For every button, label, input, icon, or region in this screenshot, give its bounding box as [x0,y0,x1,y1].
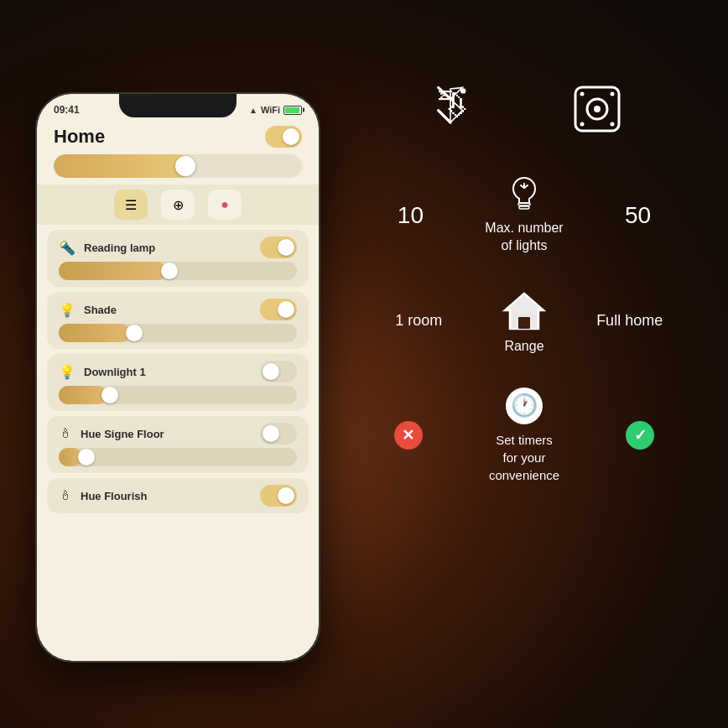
light-brightness-slider[interactable] [59,448,297,466]
max-lights-row: 10 Max. numberof lights 50 [344,151,705,272]
yes-icon: ✓ [634,426,647,445]
phone-mockup: 09:41 ▲ WiFi Home [35,92,320,663]
tab-bar: ☰ ⊕ ● [37,185,319,225]
wifi-icon: WiFi [261,105,280,115]
right-panel: ⮷ 10 [344,67,705,671]
light-toggle[interactable] [260,361,297,382]
svg-text:⮷: ⮷ [437,88,468,122]
light-name: Downlight 1 [84,366,146,378]
light-name: Hue Flourish [81,490,147,502]
floor-lamp-icon: 🕯 [59,426,72,441]
svg-point-6 [610,92,614,96]
downlight-icon: 💡 [59,364,75,380]
bulb-icon: 🔦 [59,240,75,256]
status-icons: ▲ WiFi [249,105,302,115]
list-item: 🕯 Hue Signe Floor [47,416,309,473]
home-title: Home [54,126,105,148]
svg-point-7 [580,122,584,127]
tab-list[interactable]: ☰ [114,190,148,220]
timers-row: ✕ 🕐 Set timersfor yourconvenience ✓ [344,371,705,501]
home-toggle[interactable] [265,126,302,148]
svg-point-4 [594,106,601,112]
top-icons-row: ⮷ [344,67,705,151]
signal-icon: ▲ [249,106,257,115]
bluetooth-feature: ⮷ [427,86,474,133]
light-brightness-slider[interactable] [59,262,297,280]
range-label: Range [504,339,543,354]
bulb-icon: 💡 [59,302,75,318]
phone-notch [119,94,237,117]
hub-icon [572,84,622,134]
svg-point-8 [610,122,614,127]
svg-rect-9 [518,203,530,205]
svg-rect-15 [518,317,530,329]
brightness-slider[interactable] [54,154,302,178]
light-toggle[interactable] [260,423,297,445]
light-name: Shade [84,304,117,316]
no-icon: ✕ [402,426,414,445]
range-low: 1 room [385,312,452,330]
light-name: Hue Signe Floor [81,428,164,440]
max-lights-low: 10 [385,202,435,229]
status-time: 09:41 [54,104,80,116]
max-lights-label: Max. numberof lights [485,220,563,255]
phone-frame: 09:41 ▲ WiFi Home [35,92,320,663]
clock-icon: 🕐 [506,387,543,424]
svg-point-5 [580,92,584,96]
max-lights-center: Max. numberof lights [485,176,563,255]
ceiling-icon: 🕯 [59,488,72,503]
range-row: 1 room Range Full home [344,272,705,371]
house-icon [502,289,547,334]
bluetooth-icon: ⮷ [427,86,474,133]
list-item: 🔦 Reading lamp [47,230,309,287]
list-item: 💡 Shade [47,292,309,349]
home-header: Home [37,119,319,153]
no-timers-badge: ✕ [394,421,423,450]
range-center: Range [502,289,547,354]
lights-list: 🔦 Reading lamp [37,225,319,518]
timers-label: Set timersfor yourconvenience [489,431,559,484]
list-item: 💡 Downlight 1 [47,354,309,411]
light-name: Reading lamp [84,242,155,254]
light-toggle[interactable] [260,299,297,320]
timers-center: 🕐 Set timersfor yourconvenience [489,387,559,484]
light-brightness-slider[interactable] [59,324,297,342]
list-item: 🕯 Hue Flourish [47,478,309,513]
light-bulb-icon [509,176,539,213]
tab-color[interactable]: ● [208,190,242,220]
brightness-section [37,153,319,185]
battery-icon [283,106,302,115]
phone-screen: 09:41 ▲ WiFi Home [37,94,319,661]
light-toggle[interactable] [260,237,297,258]
hub-feature [572,84,622,134]
yes-timers-badge: ✓ [626,421,654,450]
light-toggle[interactable] [260,485,297,507]
max-lights-high: 50 [613,202,663,229]
light-brightness-slider[interactable] [59,386,297,404]
tab-scenes[interactable]: ⊕ [161,190,195,220]
range-high: Full home [596,312,663,330]
svg-rect-10 [519,206,529,209]
